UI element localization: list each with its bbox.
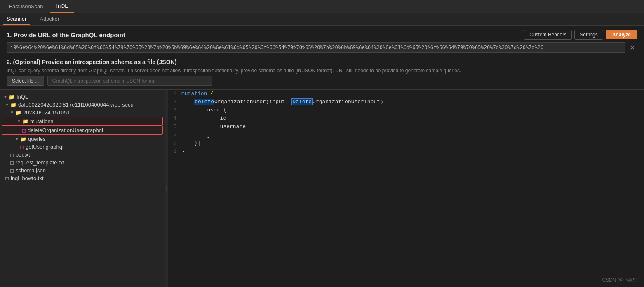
line-number: 1: [168, 90, 181, 98]
file-icon: ◻: [10, 168, 14, 173]
line-number: 6: [168, 131, 181, 139]
custom-headers-button[interactable]: Custom Headers: [524, 30, 572, 40]
folder-icon: 📁: [15, 110, 21, 116]
drag-handle[interactable]: [165, 90, 168, 287]
main-content: 1. Provide URL of the GraphQL endpoint C…: [0, 26, 644, 287]
chevron-icon: ▼: [3, 95, 7, 99]
tree-item-request[interactable]: ◻ request_template.txt: [0, 159, 165, 166]
header-buttons: Custom Headers Settings Analyze: [524, 30, 637, 40]
code-line-3: 3 user {: [168, 106, 644, 114]
tree-label: queries: [28, 136, 46, 142]
line-number: 7: [168, 139, 181, 147]
line-content: username: [181, 123, 644, 131]
folder-icon: 📁: [10, 102, 16, 108]
tree-item-mutations[interactable]: ▼ 📁 mutations: [2, 117, 163, 126]
file-tree: ▼ 📁 InQL ▼ 📁 0afe0022042e320f817e11f1004…: [0, 90, 165, 287]
drag-dot: [166, 186, 167, 187]
folder-icon: 📁: [9, 94, 15, 100]
chevron-icon: ▼: [17, 119, 21, 123]
file-icon: ◻: [10, 160, 14, 166]
tab-inql[interactable]: InQL: [50, 0, 73, 13]
tree-label: schema.json: [16, 167, 46, 173]
line-content: id: [181, 114, 644, 123]
tree-item-folder-date[interactable]: ▼ 📁 2023-09-24 151051: [0, 109, 165, 116]
tree-label: 0afe0022042e320f817e11f100400044.web-sec…: [18, 102, 134, 108]
tree-item-deleteorg[interactable]: ◻ deleteOrganizationUser.graphql: [2, 126, 163, 135]
folder-icon: 📁: [22, 119, 28, 124]
tree-label: poi.txt: [16, 152, 30, 158]
code-line-6: 6 }: [168, 131, 644, 139]
folder-icon: 📁: [20, 136, 26, 142]
tree-label: inql_howto.txt: [11, 175, 44, 181]
section1-header: 1. Provide URL of the GraphQL endpoint C…: [0, 26, 644, 42]
select-file-button[interactable]: Select file ...: [7, 76, 44, 86]
tree-item-getuser[interactable]: ◻ getUser.graphql: [0, 143, 165, 151]
tree-item-howto[interactable]: ◻ inql_howto.txt: [0, 174, 165, 182]
tree-item-folder-0afe[interactable]: ▼ 📁 0afe0022042e320f817e11f100400044.web…: [0, 101, 165, 109]
settings-button[interactable]: Settings: [574, 30, 603, 40]
tree-item-queries[interactable]: ▼ 📁 queries: [0, 135, 165, 143]
line-content: }: [181, 131, 644, 139]
code-line-2: 2 deleteOrganizationUser(input: DeleteOr…: [168, 98, 644, 106]
file-icon: ◻: [10, 152, 14, 158]
tree-item-schema[interactable]: ◻ schema.json: [0, 166, 165, 174]
line-number: 3: [168, 106, 181, 114]
section1-title: 1. Provide URL of the GraphQL endpoint: [7, 31, 125, 38]
section2-description: InQL can query schema directly from Grap…: [0, 67, 644, 76]
tree-label: deleteOrganizationUser.graphql: [28, 127, 103, 133]
file-row: Select file ... GraphQL introspection sc…: [0, 76, 644, 89]
code-line-7: 7 }|: [168, 139, 644, 147]
chevron-icon: ▼: [15, 137, 19, 141]
line-number: 8: [168, 147, 181, 156]
drag-dot: [166, 188, 167, 189]
line-number: 2: [168, 98, 181, 106]
line-number: 4: [168, 114, 181, 123]
sub-nav: Scanner Attacker: [0, 13, 644, 26]
tree-label: getUser.graphql: [26, 144, 63, 150]
tree-item-poi[interactable]: ◻ poi.txt: [0, 151, 165, 159]
line-content: }: [181, 147, 644, 156]
tree-item-inql-root[interactable]: ▼ 📁 InQL: [0, 93, 165, 101]
line-content: }|: [181, 139, 644, 147]
tree-label: request_template.txt: [16, 159, 64, 166]
code-line-5: 5 username: [168, 123, 644, 131]
line-content: mutation {: [181, 90, 644, 98]
tree-label: 2023-09-24 151051: [23, 109, 70, 116]
section2-title: 2. (Optional) Provide an introspection s…: [0, 56, 644, 67]
file-icon: ◻: [20, 144, 24, 150]
tab-fastjsonscan[interactable]: FastJsonScan: [3, 0, 49, 13]
file-icon: ◻: [5, 176, 9, 181]
line-content: deleteOrganizationUser(input: DeleteOrga…: [181, 98, 644, 106]
code-line-4: 4 id: [168, 114, 644, 123]
code-line-8: 8 }: [168, 147, 644, 156]
line-number: 5: [168, 123, 181, 131]
code-line-1: 1 mutation {: [168, 90, 644, 98]
line-content: user {: [181, 106, 644, 114]
split-panel: ▼ 📁 InQL ▼ 📁 0afe0022042e320f817e11f1004…: [0, 89, 644, 287]
tab-attacker[interactable]: Attacker: [36, 13, 63, 25]
tree-label: InQL: [16, 94, 28, 100]
url-clear-button[interactable]: ✕: [627, 43, 637, 52]
code-editor[interactable]: 1 mutation { 2 deleteOrganizationUser(in…: [168, 90, 644, 287]
chevron-icon: ▼: [5, 102, 9, 107]
tab-scanner[interactable]: Scanner: [3, 13, 30, 25]
top-nav: FastJsonScan InQL: [0, 0, 644, 13]
chevron-icon: ▼: [10, 110, 14, 115]
url-row: ✕: [0, 42, 644, 56]
drag-dot: [166, 190, 167, 191]
file-placeholder: GraphQL introspection schema in JSON for…: [47, 76, 212, 86]
file-icon: ◻: [22, 128, 26, 133]
tree-label: mutations: [30, 118, 53, 124]
url-input[interactable]: [7, 42, 625, 53]
analyze-button[interactable]: Analyze: [606, 30, 637, 39]
